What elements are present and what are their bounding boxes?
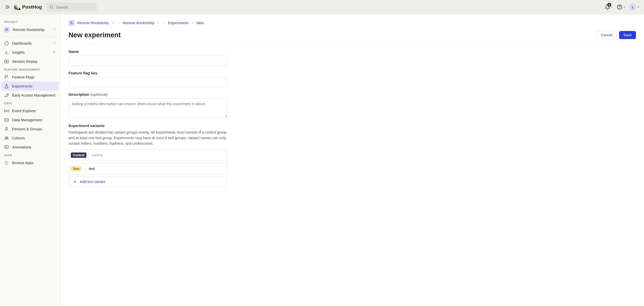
brand-name: PostHog [22, 4, 42, 10]
sidebar-item-label: Persons & Groups [12, 127, 56, 131]
chevron-down-icon[interactable] [157, 21, 160, 24]
notification-badge: 0 [607, 3, 611, 7]
plus-icon [73, 180, 77, 184]
topbar-right: 0 L [605, 4, 640, 11]
sidebar-item-cohorts[interactable]: Cohorts [2, 134, 59, 143]
page-actions: Cancel Save [597, 31, 636, 39]
avatar: L [629, 4, 636, 11]
top-bar: PostHog 0 L [0, 0, 644, 14]
sidebar-item-dashboards[interactable]: Dashboards [2, 39, 59, 48]
plus-icon[interactable] [52, 50, 56, 55]
project-selector[interactable]: R Remote Rocketship [2, 25, 59, 35]
breadcrumb-project[interactable]: Remote Rocketship [123, 21, 155, 25]
svg-point-40 [6, 163, 7, 163]
sidebar: PROJECT R Remote Rocketship Dashboards I… [0, 14, 60, 306]
rocket-icon [4, 93, 9, 98]
breadcrumb-current: New [197, 21, 204, 25]
help-button[interactable] [617, 4, 626, 10]
breadcrumb-section[interactable]: Experiments [168, 21, 188, 25]
svg-point-26 [6, 110, 7, 111]
chevron-down-icon[interactable] [112, 21, 115, 24]
svg-point-8 [50, 6, 53, 8]
project-name: Remote Rocketship [13, 28, 50, 32]
sidebar-item-annotations[interactable]: Annotations [2, 143, 59, 152]
optional-label: (optional) [90, 92, 108, 97]
name-label: Name [69, 49, 227, 54]
svg-marker-10 [611, 7, 613, 8]
svg-marker-46 [158, 23, 159, 23]
sidebar-item-label: Insights [12, 50, 49, 54]
sidebar-item-label: Cohorts [12, 136, 56, 140]
apps-grid-icon [4, 160, 9, 165]
chevron-down-icon [53, 42, 56, 45]
flag-key-input[interactable] [69, 77, 227, 87]
breadcrumb-badge: R [69, 20, 75, 26]
description-field-section: Description (optional) [69, 92, 227, 118]
notifications-button[interactable]: 0 [605, 4, 613, 10]
sidebar-item-browse-apps[interactable]: Browse Apps [2, 158, 59, 167]
bar-chart-icon [4, 50, 9, 55]
sidebar-item-label: Browse Apps [12, 161, 56, 165]
cancel-button[interactable]: Cancel [597, 31, 617, 39]
main-content: R Remote Rocketship Remote Rocketship Ex… [60, 14, 644, 306]
chevron-right-icon [117, 21, 120, 24]
sidebar-item-feature-flags[interactable]: Feature Flags [2, 73, 59, 82]
play-square-icon [4, 59, 9, 64]
variant-tag-wrap: Test [69, 163, 86, 174]
svg-point-36 [5, 161, 6, 162]
broadcast-icon [4, 108, 9, 113]
sidebar-item-insights[interactable]: Insights [2, 48, 59, 57]
user-menu[interactable]: L [629, 4, 640, 11]
data-section-label: DATA [2, 100, 59, 106]
feature-management-label: FEATURE MANAGEMENT [2, 66, 59, 73]
flag-field-section: Feature flag key [69, 71, 227, 87]
sidebar-item-label: Experiments [12, 84, 56, 88]
svg-point-39 [5, 163, 6, 163]
svg-marker-14 [638, 7, 639, 8]
sidebar-item-session-replay[interactable]: Session Replay [2, 57, 59, 66]
sidebar-toggle[interactable] [4, 4, 11, 11]
test-variant-input[interactable] [86, 163, 227, 174]
svg-point-44 [8, 164, 8, 165]
help-icon [617, 4, 622, 10]
sidebar-item-event-explorer[interactable]: Event Explorer [2, 106, 59, 115]
page-title: New experiment [69, 31, 121, 39]
sidebar-item-data-management[interactable]: Data Management [2, 115, 59, 125]
sidebar-item-early-access[interactable]: Early Access Management [2, 91, 59, 100]
save-button[interactable]: Save [619, 31, 636, 39]
sidebar-item-persons-groups[interactable]: Persons & Groups [2, 125, 59, 134]
control-tag: Control [71, 152, 86, 158]
svg-point-29 [6, 127, 8, 129]
svg-point-30 [5, 137, 6, 138]
svg-point-31 [7, 137, 8, 138]
sidebar-item-experiments[interactable]: Experiments [2, 82, 59, 91]
sidebar-item-label: Feature Flags [12, 75, 56, 79]
name-input[interactable] [69, 56, 227, 66]
logo-icon [14, 4, 21, 10]
control-variant-input[interactable] [89, 149, 227, 161]
divider [3, 37, 58, 37]
chevron-down-icon [637, 6, 640, 9]
flag-icon [4, 75, 9, 80]
add-test-variant-button[interactable]: Add test variant [69, 176, 227, 187]
svg-point-42 [5, 164, 6, 165]
cohorts-icon [4, 136, 9, 141]
variants-label: Experiment variants [69, 124, 227, 128]
svg-point-43 [6, 164, 7, 165]
svg-marker-24 [6, 61, 7, 62]
breadcrumb-org[interactable]: Remote Rocketship [77, 21, 109, 25]
sidebar-item-label: Data Management [12, 118, 56, 122]
variant-row-test: Test [69, 163, 227, 174]
description-input[interactable] [69, 99, 227, 118]
search-input[interactable] [56, 5, 94, 9]
chevron-right-icon [191, 21, 194, 24]
search-box[interactable] [46, 3, 97, 12]
page-header: New experiment Cancel Save [69, 31, 636, 43]
svg-point-38 [8, 161, 8, 162]
chevron-down-icon [53, 28, 56, 31]
sidebar-item-label: Session Replay [12, 59, 56, 64]
brand-logo[interactable]: PostHog [14, 4, 42, 10]
search-icon [49, 5, 54, 9]
variant-row-control: Control [69, 149, 227, 161]
sidebar-item-label: Dashboards [12, 41, 50, 45]
